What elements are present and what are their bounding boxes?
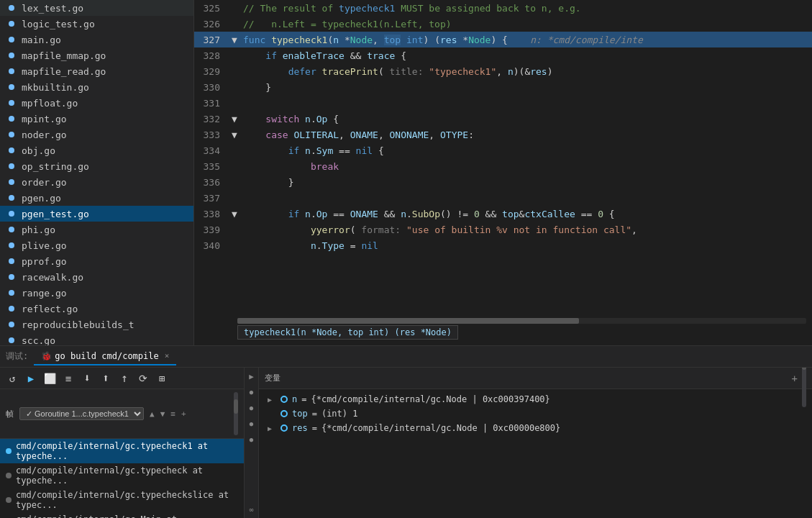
frame-dot xyxy=(6,473,12,478)
step-out-button[interactable]: ↑ xyxy=(117,371,132,386)
var-val-res: {*cmd/compile/internal/gc.Node | 0xc0000… xyxy=(321,423,560,433)
sidebar-item-scc[interactable]: scc.go xyxy=(0,332,193,345)
table-row: 339 yyerror( format: "use of builtin %v … xyxy=(194,222,812,237)
frame-text: cmd/compile/internal/gc.typecheck1 at ty… xyxy=(16,441,238,461)
expand-icon[interactable]: ▶ xyxy=(268,396,276,404)
file-icon xyxy=(6,319,17,330)
debug-right-panel: 变量 + ▶ n = {*cmd/compile/internal/gc.Nod… xyxy=(259,368,812,518)
file-icon xyxy=(6,50,17,61)
debug-panels: ↺ ▶ ⬜ ≡ ⬇ ⬆ ↑ ⟳ ⊞ 帧 ✓ Goroutine 1...c.ty… xyxy=(0,368,812,518)
sidebar-item-reflect[interactable]: reflect.go xyxy=(0,301,193,317)
file-icon xyxy=(6,34,17,45)
debug-side-icons: ▶ ● ● ● ● ∞ xyxy=(245,368,259,518)
file-icon xyxy=(6,145,17,156)
var-item-res[interactable]: ▶ res = {*cmd/compile/internal/gc.Node |… xyxy=(259,421,812,435)
table-row: 332 ▼ switch n.Op { xyxy=(194,111,812,127)
continue-button[interactable]: ▶ xyxy=(23,371,39,386)
frames-menu-icon[interactable]: ≡ xyxy=(170,409,175,419)
sidebar-item-mpfloat[interactable]: mpfloat.go xyxy=(0,95,193,111)
table-row: 334 if n.Sym == nil { xyxy=(194,142,812,158)
file-icon xyxy=(6,271,17,283)
table-row: 335 break xyxy=(194,158,812,174)
frame-item-3[interactable]: cmd/compile/internal/gc.typecheckslice a… xyxy=(0,488,244,512)
sidebar-item-lex-test[interactable]: lex_test.go xyxy=(0,0,193,16)
debug-left-panel: ↺ ▶ ⬜ ≡ ⬇ ⬆ ↑ ⟳ ⊞ 帧 ✓ Goroutine 1...c.ty… xyxy=(0,368,245,518)
sidebar-item-order[interactable]: order.go xyxy=(0,174,193,190)
sidebar-item-racewalk[interactable]: racewalk.go xyxy=(0,269,193,285)
sidebar-item-phi[interactable]: phi.go xyxy=(0,222,193,237)
var-eq: = xyxy=(312,423,317,433)
sidebar-item-mpint[interactable]: mpint.go xyxy=(0,111,193,127)
table-row: 328 if enableTrace && trace { xyxy=(194,47,812,63)
vars-scrollbar-thumb xyxy=(802,368,806,370)
horizontal-scrollbar[interactable] xyxy=(237,318,806,324)
dot-icon-2[interactable]: ● xyxy=(246,418,257,430)
var-item-top[interactable]: top = (int) 1 xyxy=(259,406,812,421)
sidebar-item-reproducible[interactable]: reproduciblebuilds_t xyxy=(0,317,193,332)
settings-icon[interactable]: ● xyxy=(246,386,257,398)
var-item-n[interactable]: ▶ n = {*cmd/compile/internal/gc.Node | 0… xyxy=(259,392,812,406)
up-arrow-icon[interactable]: ▲ xyxy=(150,409,155,419)
sidebar-item-pprof[interactable]: pprof.go xyxy=(0,253,193,269)
play-icon[interactable]: ▶ xyxy=(246,371,257,382)
sidebar-item-mkbuiltin[interactable]: mkbuiltin.go xyxy=(0,79,193,95)
sidebar-item-mapfile-read[interactable]: mapfile_read.go xyxy=(0,63,193,79)
sidebar-item-pgen[interactable]: pgen.go xyxy=(0,190,193,206)
goroutine-select[interactable]: ✓ Goroutine 1...c.typecheck1 xyxy=(19,407,144,420)
file-tree: lex_test.go logic_test.go main.go mapfil… xyxy=(0,0,194,345)
menu-button[interactable]: ≡ xyxy=(60,371,76,386)
infinity-icon[interactable]: ∞ xyxy=(246,504,257,515)
file-icon xyxy=(6,208,17,219)
sidebar-item-obj[interactable]: obj.go xyxy=(0,142,193,158)
reload-button[interactable]: ⟳ xyxy=(135,371,151,386)
frame-text: cmd/compile/internal/gc.Main at main.go:… xyxy=(16,514,238,518)
stop-button[interactable]: ⬜ xyxy=(42,371,58,386)
tab-go-build[interactable]: 🐞 go build cmd/compile × xyxy=(34,348,176,365)
file-icon xyxy=(6,160,17,172)
file-icon xyxy=(6,18,17,29)
sidebar-item-mapfile-mmap[interactable]: mapfile_mmap.go xyxy=(0,47,193,63)
tab-close-icon[interactable]: × xyxy=(165,351,170,360)
table-row: 333 ▼ case OLITERAL, ONAME, ONONAME, OTY… xyxy=(194,127,812,142)
dot-icon-3[interactable]: ● xyxy=(246,434,257,445)
sidebar-item-logic-test[interactable]: logic_test.go xyxy=(0,16,193,32)
dot-icon-1[interactable]: ● xyxy=(246,402,257,414)
vars-title: 变量 xyxy=(265,373,280,383)
add-icon[interactable]: + xyxy=(181,409,186,419)
code-editor: 325 // The result of typecheck1 MUST be … xyxy=(194,0,812,345)
restart-button[interactable]: ↺ xyxy=(4,371,20,386)
add-var-icon[interactable]: + xyxy=(792,373,798,384)
frame-text: cmd/compile/internal/gc.typecheckslice a… xyxy=(16,490,238,510)
file-icon xyxy=(6,113,17,124)
step-into-button[interactable]: ⬆ xyxy=(98,371,114,386)
table-row: 340 n.Type = nil xyxy=(194,237,812,253)
sidebar-item-noder[interactable]: noder.go xyxy=(0,127,193,142)
frame-dot xyxy=(6,448,12,454)
frames-scrollbar[interactable] xyxy=(234,392,238,435)
code-tooltip: typecheck1(n *Node, top int) (res *Node) xyxy=(237,325,458,340)
table-row: 329 defer tracePrint( title: "typecheck1… xyxy=(194,63,812,79)
sidebar-item-plive[interactable]: plive.go xyxy=(0,237,193,253)
table-row: 338 ▼ if n.Op == ONAME && n.SubOp() != 0… xyxy=(194,206,812,222)
step-over-button[interactable]: ⬇ xyxy=(79,371,95,386)
grid-button[interactable]: ⊞ xyxy=(154,371,170,386)
vars-scrollbar[interactable] xyxy=(802,368,806,407)
table-row: 326 // n.Left = typecheck1(n.Left, top) xyxy=(194,16,812,32)
var-eq: = xyxy=(301,394,306,404)
expand-icon[interactable]: ▶ xyxy=(268,424,276,432)
file-icon xyxy=(6,287,17,299)
var-val-n: {*cmd/compile/internal/gc.Node | 0xc0003… xyxy=(311,394,549,404)
var-circle-n xyxy=(280,396,288,403)
code-content[interactable]: 325 // The result of typecheck1 MUST be … xyxy=(194,0,812,345)
frame-item-1[interactable]: cmd/compile/internal/gc.typecheck1 at ty… xyxy=(0,439,244,463)
frames-scrollbar-thumb xyxy=(234,399,238,414)
debug-toolbar: ↺ ▶ ⬜ ≡ ⬇ ⬆ ↑ ⟳ ⊞ xyxy=(0,368,244,389)
sidebar-item-pgen-test[interactable]: pgen_test.go xyxy=(0,206,193,222)
sidebar-item-main[interactable]: main.go xyxy=(0,32,193,47)
frame-item-4[interactable]: cmd/compile/internal/gc.Main at main.go:… xyxy=(0,512,244,518)
down-arrow-icon[interactable]: ▼ xyxy=(160,409,165,419)
table-row: 325 // The result of typecheck1 MUST be … xyxy=(194,0,812,16)
sidebar-item-op-string[interactable]: op_string.go xyxy=(0,158,193,174)
sidebar-item-range[interactable]: range.go xyxy=(0,285,193,301)
frame-item-2[interactable]: cmd/compile/internal/gc.typecheck at typ… xyxy=(0,463,244,488)
